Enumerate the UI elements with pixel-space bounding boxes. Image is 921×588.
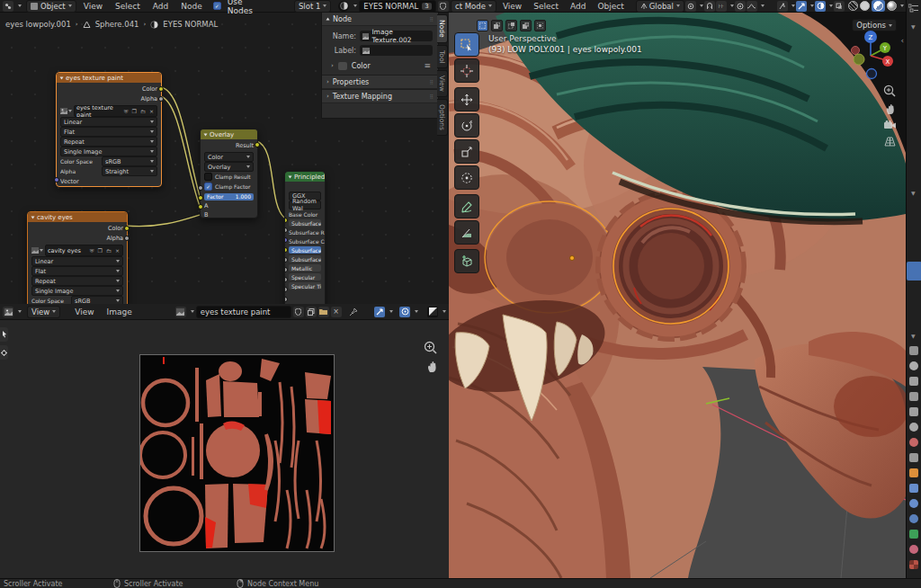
tab-modifiers-icon[interactable] <box>909 484 918 493</box>
menu-view[interactable]: View <box>78 2 108 11</box>
snap-target-icon[interactable] <box>685 1 696 12</box>
image-browse-icon[interactable] <box>31 245 43 255</box>
node-image-texture-cavity[interactable]: cavity eyes Color Alpha cavity eyes ⛨ ❐ … <box>27 211 128 304</box>
image-browse-icon[interactable] <box>60 106 72 116</box>
node-canvas[interactable]: eyes lowpoly.001 › Sphere.041 › EYES NOR… <box>0 13 449 304</box>
shading-rendered-icon[interactable] <box>887 1 897 11</box>
tab-tool[interactable]: Tool <box>437 45 448 69</box>
menu-image[interactable]: Image <box>102 307 138 316</box>
clamp-result-checkbox[interactable] <box>204 173 212 181</box>
browse-material-chevron[interactable] <box>353 4 357 7</box>
tab-scene-icon[interactable] <box>909 423 918 432</box>
region-collapse-arrow[interactable]: ▼ <box>911 190 916 196</box>
tab-collection-icon[interactable] <box>909 453 918 462</box>
socket-subsurface-anisotropy[interactable] <box>284 267 288 272</box>
tweak-tool-button[interactable] <box>0 327 8 342</box>
pin-icon[interactable] <box>349 307 358 316</box>
subsurface-slider[interactable]: Subsurface <box>289 219 321 227</box>
uv-texture-image[interactable] <box>139 354 335 552</box>
color-space-dropdown[interactable]: sRGB <box>102 156 157 166</box>
tool-add-cube[interactable] <box>454 249 479 273</box>
proportional-chevron[interactable] <box>389 310 393 313</box>
select-mode-new[interactable] <box>477 20 488 31</box>
interpolation-dropdown[interactable]: Linear <box>60 117 157 127</box>
properties-editor-icon[interactable] <box>909 346 918 355</box>
editor-type-image-icon[interactable] <box>3 307 13 317</box>
tool-measure[interactable] <box>454 220 479 245</box>
show-gizmo-icon[interactable] <box>777 1 788 12</box>
interpolation-dropdown[interactable]: Linear <box>31 256 123 266</box>
viewport-perspective-toggle-icon[interactable] <box>884 137 896 147</box>
tab-object-data-icon[interactable] <box>909 530 918 539</box>
editor-type-chevron[interactable] <box>18 310 22 313</box>
tab-particles-icon[interactable] <box>909 499 918 508</box>
tool-scale[interactable] <box>454 139 479 164</box>
socket-alpha-out[interactable] <box>124 236 130 241</box>
proportional-edit-icon[interactable] <box>374 307 385 317</box>
socket-subsurface-radius[interactable] <box>284 237 288 243</box>
socket-a-in[interactable] <box>198 195 203 200</box>
tab-texture-icon[interactable] <box>909 560 918 569</box>
socket-vector-in[interactable] <box>54 177 59 183</box>
shading-wireframe-icon[interactable] <box>848 1 858 11</box>
mode-dropdown[interactable]: ct Mode <box>451 0 496 13</box>
extension-dropdown[interactable]: Repeat <box>60 137 157 147</box>
tab-material-icon[interactable] <box>909 545 918 554</box>
unlink-icon[interactable]: × <box>148 108 155 114</box>
browse-material-icon[interactable] <box>338 1 349 12</box>
color-expand-arrow[interactable]: › <box>331 62 334 69</box>
tab-tool-icon[interactable] <box>909 361 918 370</box>
region-collapse-arrow[interactable]: ▼ <box>911 333 916 339</box>
copy-icon[interactable]: ❐ <box>97 247 103 254</box>
outliner-editor-icon[interactable] <box>908 4 919 13</box>
tab-view-layer-icon[interactable] <box>909 407 918 416</box>
menu-view[interactable]: View <box>497 2 527 11</box>
image-name-field[interactable]: cavity eyes ⛨ ❐ 🗀 × <box>45 245 123 256</box>
socket-result-out[interactable] <box>255 142 260 147</box>
tool-cursor[interactable] <box>454 58 479 83</box>
fake-user-shield-icon[interactable] <box>438 1 449 12</box>
image-browse-icon[interactable] <box>175 307 186 317</box>
tab-world-icon[interactable] <box>909 438 918 447</box>
socket-metallic[interactable] <box>284 277 288 282</box>
use-nodes-checkbox[interactable]: ✓ <box>213 2 221 10</box>
fake-user-shield-icon[interactable]: ⛨ <box>123 108 130 115</box>
subsurface-ior-slider[interactable]: Subsurface <box>289 246 321 254</box>
snap-magnet-icon[interactable] <box>704 1 715 12</box>
shading-material-active[interactable] <box>872 0 885 12</box>
xray-toggle-icon[interactable] <box>834 1 845 12</box>
specular-tint-slider[interactable]: Specular Ti <box>289 282 321 290</box>
menu-add[interactable]: Add <box>565 2 591 11</box>
socket-subsurface-color[interactable] <box>284 247 288 253</box>
pivot-point-icon[interactable] <box>399 307 410 317</box>
socket-specular-tint[interactable] <box>284 297 288 302</box>
color-space-dropdown[interactable]: sRGB <box>71 296 123 304</box>
blend-mode-dropdown[interactable]: Overlay <box>204 162 254 172</box>
menu-select[interactable]: Select <box>528 2 564 11</box>
alpha-mode-dropdown[interactable]: Straight <box>102 166 157 176</box>
image-name-field[interactable]: eyes texture paint <box>196 306 291 318</box>
display-channels-chevron[interactable] <box>443 310 446 313</box>
projection-dropdown[interactable]: Flat <box>60 127 157 137</box>
shader-type-dropdown[interactable]: Object <box>26 0 76 13</box>
open-folder-icon[interactable]: 🗀 <box>139 108 147 114</box>
pan-hand-icon[interactable] <box>426 360 439 373</box>
socket-base-color[interactable] <box>284 218 288 223</box>
fake-user-shield-icon[interactable] <box>293 307 304 317</box>
select-mode-intersect[interactable] <box>534 20 546 31</box>
unlink-icon[interactable]: × <box>114 247 121 254</box>
open-folder-icon[interactable]: 🗀 <box>105 247 112 254</box>
panel-node-header[interactable]: Node ⠿ <box>322 13 438 26</box>
tab-object-icon[interactable] <box>909 468 918 477</box>
menu-add[interactable]: Add <box>148 2 174 11</box>
extension-dropdown[interactable]: Repeat <box>31 276 123 286</box>
select-mode-extend[interactable] <box>491 20 503 31</box>
tool-rotate[interactable] <box>454 113 479 138</box>
tab-options[interactable]: Options <box>437 99 448 136</box>
source-dropdown[interactable]: Single Image <box>31 286 123 296</box>
color-menu-icon[interactable]: ≡ <box>424 61 431 70</box>
image-browse-chevron[interactable] <box>191 310 194 313</box>
node-principled-bsdf[interactable]: Principled B GGX Random Wal Base Color S… <box>284 171 326 304</box>
outliner-selected-item[interactable] <box>907 262 921 281</box>
shading-solid-icon[interactable] <box>860 1 870 11</box>
